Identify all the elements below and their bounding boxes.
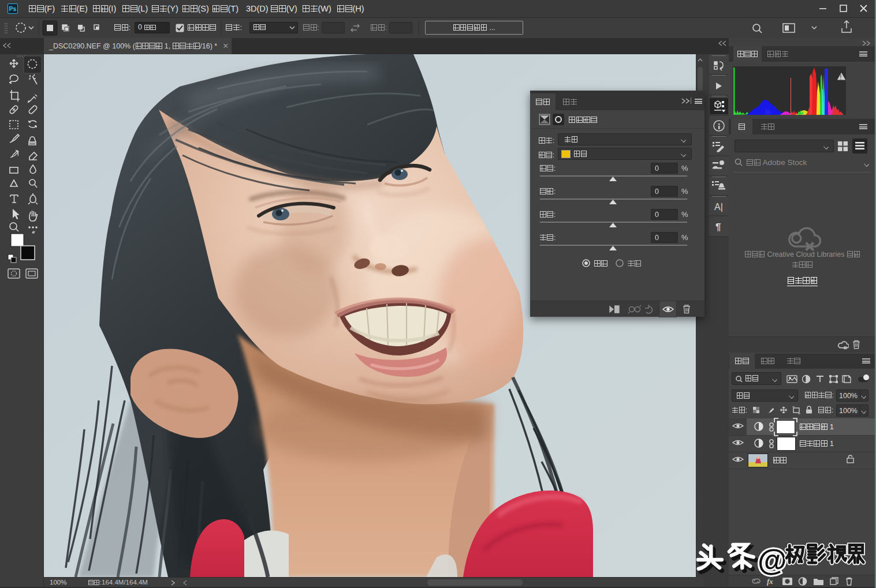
svg-text:¶: ¶ <box>715 222 721 233</box>
svg-text:A|: A| <box>714 202 723 212</box>
svg-text:@: @ <box>758 543 787 576</box>
